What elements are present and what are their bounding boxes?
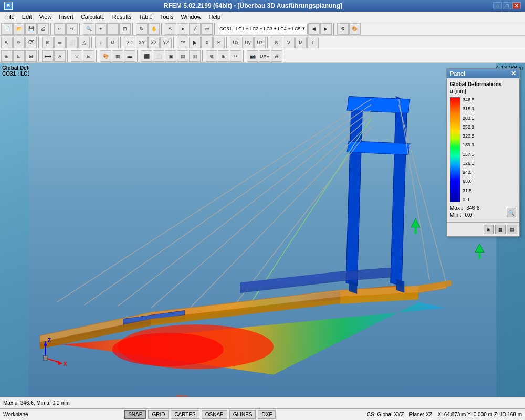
dim-btn[interactable]: ⟷	[42, 50, 54, 62]
panel-icon-2[interactable]: ▦	[495, 225, 506, 234]
zoom-fit-btn[interactable]: ⊡	[119, 23, 131, 35]
min-value: 0.0	[465, 212, 472, 218]
loadcase-dropdown[interactable]: CO31 : LC1 + LC2 + LC3 + LC4 + LC5 ▼	[218, 24, 308, 34]
menu-edit[interactable]: Edit	[19, 13, 35, 21]
render-btn[interactable]: 🎨	[349, 23, 361, 35]
menu-insert[interactable]: Insert	[56, 13, 77, 21]
result-btn2[interactable]: Uy	[242, 37, 254, 48]
osnap-button[interactable]: OSNAP	[202, 410, 227, 419]
support-add[interactable]: △	[78, 37, 90, 48]
menu-table[interactable]: Table	[135, 13, 155, 21]
snap-btn1[interactable]: ⊞	[1, 50, 13, 62]
maximize-button[interactable]: □	[503, 2, 511, 9]
color-btn[interactable]: 🎨	[100, 50, 111, 62]
svg-text:Z: Z	[48, 337, 51, 343]
zoom-btn[interactable]: 🔍	[83, 23, 94, 35]
magnify-button[interactable]: 🔍	[507, 208, 516, 217]
grid-button[interactable]: GRID	[148, 410, 169, 419]
extra-btn3[interactable]: M	[295, 37, 307, 48]
next-case-btn[interactable]: ▶	[320, 23, 332, 35]
undo-button[interactable]: ↩	[54, 23, 66, 35]
open-button[interactable]: 📂	[13, 23, 25, 35]
close-button[interactable]: ✕	[512, 2, 521, 9]
glines-button[interactable]: GLINES	[229, 410, 256, 419]
cursor-btn[interactable]: ↖	[1, 37, 13, 48]
view-3d[interactable]: 3D	[124, 37, 135, 48]
deform-btn[interactable]: 〜	[177, 37, 188, 48]
clipping-btn[interactable]: ✂	[230, 50, 242, 62]
view-yz[interactable]: YZ	[160, 37, 172, 48]
text-btn[interactable]: A	[54, 50, 66, 62]
thick-btn[interactable]: ▬	[124, 50, 135, 62]
redo-button[interactable]: ↪	[66, 23, 78, 35]
menu-view[interactable]: View	[36, 13, 55, 21]
surface-add[interactable]: ⬜	[66, 37, 78, 48]
moment-add[interactable]: ↺	[107, 37, 119, 48]
node-btn[interactable]: ●	[177, 23, 188, 35]
snap-btn3[interactable]: ⊠	[25, 50, 37, 62]
menu-tools[interactable]: Tools	[157, 13, 177, 21]
panel-icon-1[interactable]: ⊞	[484, 225, 494, 234]
select-btn[interactable]: ↖	[165, 23, 176, 35]
new-button[interactable]: 📄	[1, 23, 13, 35]
view-xy[interactable]: XY	[136, 37, 148, 48]
prev-case-btn[interactable]: ◀	[308, 23, 320, 35]
panel-title-bar: Panel ✕	[447, 69, 519, 78]
toolbar-1: 📄 📂 💾 🖨 ↩ ↪ 🔍 + - ⊡ ↻ ✋ ↖ ● ╱ ▭ CO31 : L…	[0, 22, 525, 36]
section-view3[interactable]: ▣	[165, 50, 176, 62]
menu-calculate[interactable]: Calculate	[78, 13, 108, 21]
dxf-button[interactable]: DXF	[258, 410, 276, 419]
filter-btn[interactable]: ▽	[71, 50, 82, 62]
save-button[interactable]: 💾	[25, 23, 37, 35]
layer-btn[interactable]: ⊟	[83, 50, 94, 62]
window-controls: ─ □ ✕	[494, 2, 521, 9]
extra-btn2[interactable]: V	[283, 37, 295, 48]
extra-btn4[interactable]: T	[307, 37, 319, 48]
menu-window[interactable]: Window	[177, 13, 204, 21]
line-btn[interactable]: ╱	[189, 23, 201, 35]
display-settings[interactable]: ⚙	[337, 23, 349, 35]
panel-icon-3[interactable]: ▤	[507, 225, 517, 234]
viewport-3d[interactable]: Global Deformations u [mm] CO31 : LC1 + …	[0, 63, 525, 397]
rotate-btn[interactable]: ↻	[136, 23, 148, 35]
zoom-in-btn[interactable]: +	[95, 23, 107, 35]
extra-btn1[interactable]: N	[271, 37, 282, 48]
print-button[interactable]: 🖨	[37, 23, 49, 35]
view-xz[interactable]: XZ	[148, 37, 160, 48]
animate-btn[interactable]: ▶	[189, 37, 201, 48]
menu-help[interactable]: Help	[206, 13, 224, 21]
erase-btn[interactable]: ⌫	[25, 37, 37, 48]
zoom-out-btn[interactable]: -	[107, 23, 119, 35]
draw-btn[interactable]: ✏	[13, 37, 25, 48]
panel-close-button[interactable]: ✕	[511, 70, 516, 77]
result-btn1[interactable]: Ux	[230, 37, 242, 48]
menu-file[interactable]: File	[2, 13, 18, 21]
node-add[interactable]: ⊕	[42, 37, 54, 48]
axes-btn[interactable]: ⊕	[206, 50, 217, 62]
member-add[interactable]: ═	[54, 37, 66, 48]
cartes-button[interactable]: CARTES	[171, 410, 199, 419]
shade-btn[interactable]: ▥	[189, 50, 201, 62]
load-add[interactable]: ↓	[95, 37, 107, 48]
export-img[interactable]: 📷	[247, 50, 258, 62]
grid-vis-btn[interactable]: ⊞	[218, 50, 229, 62]
separator	[214, 23, 216, 35]
iso-btn[interactable]: ≡	[201, 37, 213, 48]
print2-btn[interactable]: 🖨	[271, 50, 282, 62]
export-dxf[interactable]: DXF	[259, 50, 270, 62]
mat-btn[interactable]: ▦	[112, 50, 123, 62]
menu-bar: File Edit View Insert Calculate Results …	[0, 12, 525, 22]
render2-btn[interactable]: ▤	[177, 50, 188, 62]
section-view2[interactable]: ⬜	[153, 50, 164, 62]
pan-btn[interactable]: ✋	[148, 23, 160, 35]
svg-rect-41	[478, 252, 480, 259]
surface-btn[interactable]: ▭	[201, 23, 213, 35]
snap-btn2[interactable]: ⊡	[13, 50, 25, 62]
results-panel: Panel ✕ Global Deformations u [mm] 346.6…	[446, 68, 520, 237]
snap-button[interactable]: SNAP	[124, 410, 146, 419]
section-btn[interactable]: ✂	[213, 37, 225, 48]
section-view1[interactable]: ⬛	[141, 50, 152, 62]
result-btn3[interactable]: Uz	[254, 37, 266, 48]
minimize-button[interactable]: ─	[494, 2, 502, 9]
menu-results[interactable]: Results	[109, 13, 135, 21]
